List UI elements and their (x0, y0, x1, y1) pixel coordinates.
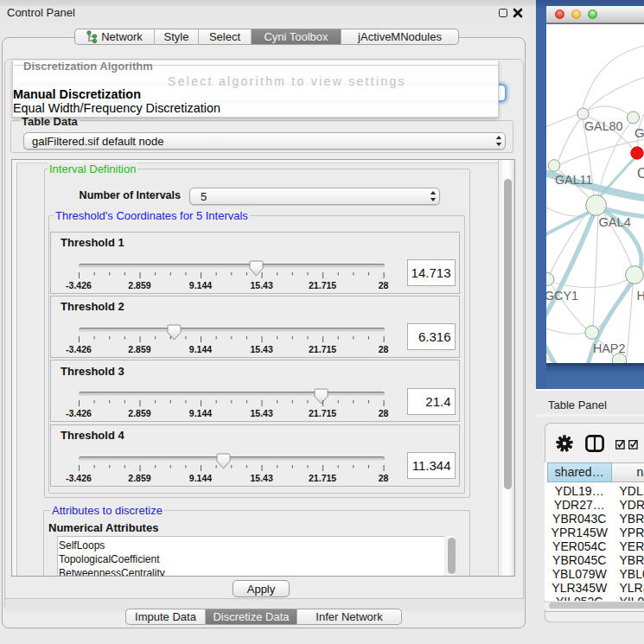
svg-text:H: H (637, 289, 644, 303)
svg-text:GAL80: GAL80 (584, 119, 623, 133)
svg-text:GAL11: GAL11 (555, 172, 592, 186)
svg-text:GAL4: GAL4 (599, 214, 631, 228)
svg-text:C: C (637, 166, 644, 181)
svg-text:HAP2: HAP2 (593, 341, 625, 355)
svg-text:GCY1: GCY1 (546, 289, 578, 303)
svg-text:GA: GA (634, 125, 644, 140)
